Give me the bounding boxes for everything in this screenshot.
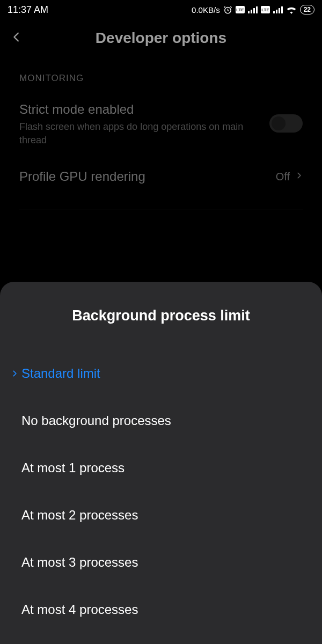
back-button[interactable]	[11, 31, 31, 45]
signal-sim2-icon	[273, 6, 283, 13]
status-right: 0.0KB/s LTE LTE 22	[192, 5, 314, 14]
option-label: No background processes	[21, 413, 171, 428]
selected-indicator-icon	[8, 368, 21, 379]
setting-strict-mode-title: Strict mode enabled	[19, 101, 259, 118]
svg-rect-6	[256, 6, 258, 13]
section-header-monitoring: MONITORING	[0, 57, 322, 90]
option-standard-limit[interactable]: Standard limit	[0, 350, 322, 397]
setting-profile-gpu-title: Profile GPU rendering	[19, 168, 265, 185]
option-label: At most 3 processes	[21, 555, 138, 570]
chevron-right-icon	[295, 170, 303, 183]
divider	[19, 209, 303, 209]
svg-rect-11	[279, 8, 280, 13]
signal-sim1-icon	[248, 6, 258, 13]
status-net-speed: 0.0KB/s	[192, 5, 220, 14]
option-at-most-1[interactable]: At most 1 process	[0, 444, 322, 492]
option-label: At most 2 processes	[21, 508, 138, 523]
setting-profile-gpu-value: Off	[276, 171, 290, 183]
svg-rect-3	[248, 11, 250, 13]
status-bar: 11:37 AM 0.0KB/s LTE LTE 22	[0, 0, 322, 19]
wifi-icon	[286, 6, 297, 14]
battery-indicator: 22	[300, 5, 314, 14]
bottom-sheet: Background process limit Standard limit …	[0, 282, 322, 644]
background-content: Developer options MONITORING Strict mode…	[0, 19, 322, 209]
svg-text:LTE: LTE	[236, 8, 244, 12]
setting-strict-mode-subtitle: Flash screen when apps do long operation…	[19, 120, 259, 147]
setting-profile-gpu[interactable]: Profile GPU rendering Off	[0, 157, 322, 196]
page-title: Developer options	[31, 30, 291, 47]
option-label: Standard limit	[21, 366, 100, 381]
svg-rect-9	[273, 11, 275, 13]
volte-sim1-icon: LTE	[236, 6, 245, 13]
option-label: At most 4 processes	[21, 602, 138, 617]
svg-rect-5	[253, 8, 255, 13]
svg-text:LTE: LTE	[261, 8, 269, 12]
option-label: At most 1 process	[21, 460, 125, 475]
status-time: 11:37 AM	[8, 4, 48, 16]
option-at-most-4[interactable]: At most 4 processes	[0, 586, 322, 633]
page-header: Developer options	[0, 19, 322, 57]
option-at-most-3[interactable]: At most 3 processes	[0, 539, 322, 586]
option-at-most-2[interactable]: At most 2 processes	[0, 492, 322, 539]
option-no-background[interactable]: No background processes	[0, 397, 322, 444]
strict-mode-toggle[interactable]	[269, 114, 303, 133]
svg-rect-4	[251, 10, 252, 13]
sheet-title: Background process limit	[0, 308, 322, 324]
alarm-icon	[223, 5, 232, 14]
setting-strict-mode[interactable]: Strict mode enabled Flash screen when ap…	[0, 90, 322, 157]
svg-rect-10	[276, 10, 277, 13]
svg-rect-12	[281, 6, 283, 13]
volte-sim2-icon: LTE	[261, 6, 270, 13]
